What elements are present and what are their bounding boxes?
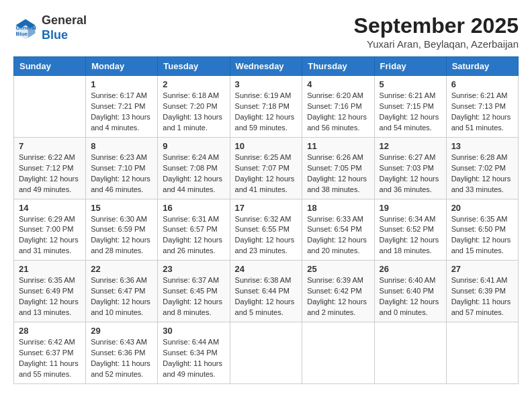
day-info: Sunrise: 6:18 AM Sunset: 7:20 PM Dayligh… <box>163 91 224 134</box>
calendar-cell: 6Sunrise: 6:21 AM Sunset: 7:13 PM Daylig… <box>446 76 518 138</box>
day-info: Sunrise: 6:17 AM Sunset: 7:21 PM Dayligh… <box>91 91 152 134</box>
calendar-table: SundayMondayTuesdayWednesdayThursdayFrid… <box>13 56 519 384</box>
day-number: 30 <box>163 326 224 336</box>
day-number: 19 <box>380 203 441 213</box>
calendar-cell: 23Sunrise: 6:37 AM Sunset: 6:45 PM Dayli… <box>158 261 230 322</box>
calendar-cell: 22Sunrise: 6:36 AM Sunset: 6:47 PM Dayli… <box>86 261 158 322</box>
logo: General Blue General Blue <box>13 13 87 42</box>
calendar-cell: 21Sunrise: 6:35 AM Sunset: 6:49 PM Dayli… <box>14 261 86 322</box>
day-info: Sunrise: 6:35 AM Sunset: 6:49 PM Dayligh… <box>19 275 81 318</box>
title-block: September 2025 Yuxari Aran, Beylaqan, Az… <box>354 13 519 50</box>
day-number: 17 <box>235 203 298 213</box>
calendar-cell: 16Sunrise: 6:31 AM Sunset: 6:57 PM Dayli… <box>158 199 230 261</box>
sub-title: Yuxari Aran, Beylaqan, Azerbaijan <box>354 38 519 50</box>
day-info: Sunrise: 6:39 AM Sunset: 6:42 PM Dayligh… <box>307 275 369 318</box>
svg-text:General: General <box>16 24 36 30</box>
svg-text:Blue: Blue <box>16 30 28 36</box>
day-number: 13 <box>451 141 513 151</box>
calendar-cell: 17Sunrise: 6:32 AM Sunset: 6:55 PM Dayli… <box>230 199 302 261</box>
day-info: Sunrise: 6:26 AM Sunset: 7:05 PM Dayligh… <box>307 152 369 195</box>
day-info: Sunrise: 6:28 AM Sunset: 7:02 PM Dayligh… <box>451 152 513 195</box>
calendar-cell <box>302 322 374 384</box>
day-number: 18 <box>307 203 369 213</box>
calendar-cell: 9Sunrise: 6:24 AM Sunset: 7:08 PM Daylig… <box>158 137 230 199</box>
calendar-cell: 24Sunrise: 6:38 AM Sunset: 6:44 PM Dayli… <box>230 261 302 322</box>
day-info: Sunrise: 6:20 AM Sunset: 7:16 PM Dayligh… <box>307 91 369 134</box>
calendar-cell: 30Sunrise: 6:44 AM Sunset: 6:34 PM Dayli… <box>158 322 230 384</box>
calendar-cell: 14Sunrise: 6:29 AM Sunset: 7:00 PM Dayli… <box>14 199 86 261</box>
day-number: 29 <box>91 326 152 336</box>
day-number: 27 <box>451 264 513 274</box>
day-info: Sunrise: 6:43 AM Sunset: 6:36 PM Dayligh… <box>91 337 152 380</box>
day-info: Sunrise: 6:41 AM Sunset: 6:39 PM Dayligh… <box>451 275 513 318</box>
day-info: Sunrise: 6:25 AM Sunset: 7:07 PM Dayligh… <box>235 152 298 195</box>
day-info: Sunrise: 6:44 AM Sunset: 6:34 PM Dayligh… <box>163 337 224 380</box>
day-number: 20 <box>451 203 513 213</box>
calendar-cell: 11Sunrise: 6:26 AM Sunset: 7:05 PM Dayli… <box>302 137 374 199</box>
calendar-cell: 7Sunrise: 6:22 AM Sunset: 7:12 PM Daylig… <box>14 137 86 199</box>
day-number: 15 <box>91 203 152 213</box>
col-header-sunday: Sunday <box>14 57 86 76</box>
calendar-cell: 26Sunrise: 6:40 AM Sunset: 6:40 PM Dayli… <box>374 261 446 322</box>
calendar-cell: 1Sunrise: 6:17 AM Sunset: 7:21 PM Daylig… <box>86 76 158 138</box>
calendar-cell: 27Sunrise: 6:41 AM Sunset: 6:39 PM Dayli… <box>446 261 518 322</box>
day-number: 4 <box>307 79 369 89</box>
calendar-cell: 28Sunrise: 6:42 AM Sunset: 6:37 PM Dayli… <box>14 322 86 384</box>
day-info: Sunrise: 6:42 AM Sunset: 6:37 PM Dayligh… <box>19 337 81 380</box>
day-info: Sunrise: 6:27 AM Sunset: 7:03 PM Dayligh… <box>380 152 441 195</box>
day-number: 11 <box>307 141 369 151</box>
day-number: 24 <box>235 264 298 274</box>
calendar-cell: 5Sunrise: 6:21 AM Sunset: 7:15 PM Daylig… <box>374 76 446 138</box>
col-header-monday: Monday <box>86 57 158 76</box>
day-number: 3 <box>235 79 298 89</box>
day-info: Sunrise: 6:21 AM Sunset: 7:15 PM Dayligh… <box>380 91 441 134</box>
day-number: 9 <box>163 141 224 151</box>
day-number: 6 <box>451 79 513 89</box>
col-header-saturday: Saturday <box>446 57 518 76</box>
calendar-cell <box>446 322 518 384</box>
page-header: General Blue General Blue September 2025… <box>13 13 519 50</box>
day-number: 26 <box>380 264 441 274</box>
calendar-cell <box>14 76 86 138</box>
day-info: Sunrise: 6:34 AM Sunset: 6:52 PM Dayligh… <box>380 214 441 257</box>
day-info: Sunrise: 6:31 AM Sunset: 6:57 PM Dayligh… <box>163 214 224 257</box>
logo-icon: General Blue <box>13 16 38 40</box>
calendar-cell: 12Sunrise: 6:27 AM Sunset: 7:03 PM Dayli… <box>374 137 446 199</box>
calendar-cell: 20Sunrise: 6:35 AM Sunset: 6:50 PM Dayli… <box>446 199 518 261</box>
day-info: Sunrise: 6:32 AM Sunset: 6:55 PM Dayligh… <box>235 214 298 257</box>
calendar-cell: 18Sunrise: 6:33 AM Sunset: 6:54 PM Dayli… <box>302 199 374 261</box>
calendar-cell: 13Sunrise: 6:28 AM Sunset: 7:02 PM Dayli… <box>446 137 518 199</box>
day-info: Sunrise: 6:30 AM Sunset: 6:59 PM Dayligh… <box>91 214 152 257</box>
day-info: Sunrise: 6:33 AM Sunset: 6:54 PM Dayligh… <box>307 214 369 257</box>
calendar-cell: 3Sunrise: 6:19 AM Sunset: 7:18 PM Daylig… <box>230 76 302 138</box>
logo-text-general: General <box>42 13 87 27</box>
calendar-cell: 4Sunrise: 6:20 AM Sunset: 7:16 PM Daylig… <box>302 76 374 138</box>
day-info: Sunrise: 6:22 AM Sunset: 7:12 PM Dayligh… <box>19 152 81 195</box>
day-info: Sunrise: 6:35 AM Sunset: 6:50 PM Dayligh… <box>451 214 513 257</box>
day-info: Sunrise: 6:37 AM Sunset: 6:45 PM Dayligh… <box>163 275 224 318</box>
day-number: 5 <box>380 79 441 89</box>
day-info: Sunrise: 6:24 AM Sunset: 7:08 PM Dayligh… <box>163 152 224 195</box>
day-number: 14 <box>19 203 81 213</box>
calendar-cell: 2Sunrise: 6:18 AM Sunset: 7:20 PM Daylig… <box>158 76 230 138</box>
calendar-cell <box>230 322 302 384</box>
day-info: Sunrise: 6:21 AM Sunset: 7:13 PM Dayligh… <box>451 91 513 134</box>
day-number: 10 <box>235 141 298 151</box>
day-number: 22 <box>91 264 152 274</box>
calendar-cell: 15Sunrise: 6:30 AM Sunset: 6:59 PM Dayli… <box>86 199 158 261</box>
logo-text-blue: Blue <box>42 28 68 42</box>
day-info: Sunrise: 6:38 AM Sunset: 6:44 PM Dayligh… <box>235 275 298 318</box>
calendar-cell <box>374 322 446 384</box>
day-number: 25 <box>307 264 369 274</box>
day-info: Sunrise: 6:19 AM Sunset: 7:18 PM Dayligh… <box>235 91 298 134</box>
day-number: 28 <box>19 326 81 336</box>
col-header-thursday: Thursday <box>302 57 374 76</box>
day-number: 12 <box>380 141 441 151</box>
day-number: 21 <box>19 264 81 274</box>
day-info: Sunrise: 6:23 AM Sunset: 7:10 PM Dayligh… <box>91 152 152 195</box>
day-number: 8 <box>91 141 152 151</box>
day-number: 7 <box>19 141 81 151</box>
calendar-cell: 10Sunrise: 6:25 AM Sunset: 7:07 PM Dayli… <box>230 137 302 199</box>
day-number: 16 <box>163 203 224 213</box>
day-number: 2 <box>163 79 224 89</box>
